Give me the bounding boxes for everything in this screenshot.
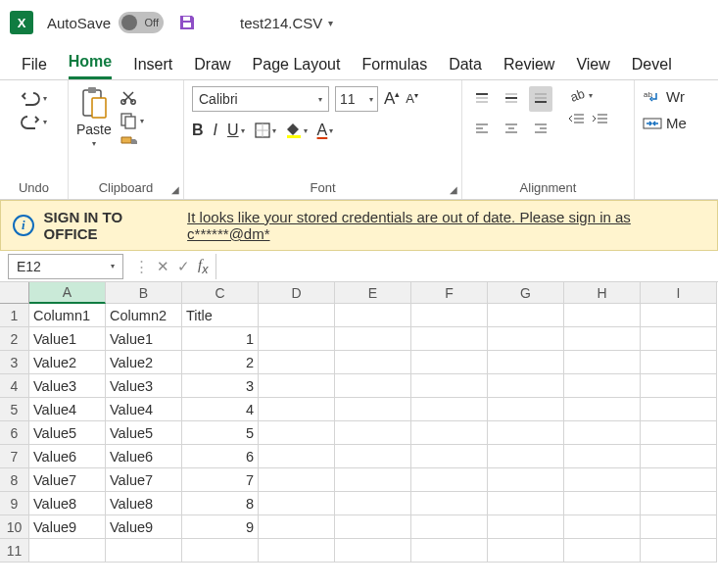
- tab-data[interactable]: Data: [449, 56, 482, 79]
- cell[interactable]: [641, 421, 717, 445]
- format-painter-button[interactable]: [120, 135, 144, 153]
- cell[interactable]: Value8: [106, 492, 182, 515]
- font-name-combo[interactable]: Calibri ▾: [192, 86, 329, 112]
- cell[interactable]: [564, 351, 641, 374]
- tab-insert[interactable]: Insert: [133, 56, 172, 79]
- cell[interactable]: [335, 398, 411, 421]
- cell[interactable]: Value6: [29, 445, 106, 468]
- cell[interactable]: [259, 492, 335, 515]
- column-header[interactable]: B: [106, 282, 182, 304]
- cell[interactable]: Value2: [29, 351, 106, 374]
- font-size-combo[interactable]: 11 ▾: [335, 86, 378, 112]
- cell[interactable]: [641, 398, 717, 421]
- dialog-launcher-icon[interactable]: ◢: [171, 184, 179, 195]
- cell[interactable]: [259, 351, 335, 374]
- cell[interactable]: [488, 539, 564, 563]
- tab-review[interactable]: Review: [503, 56, 554, 79]
- cell[interactable]: [564, 492, 641, 515]
- cell[interactable]: [259, 421, 335, 445]
- cell[interactable]: Value3: [106, 374, 182, 398]
- row-header[interactable]: 6: [0, 421, 29, 445]
- cell[interactable]: [564, 398, 641, 421]
- row-header[interactable]: 4: [0, 374, 29, 398]
- cell[interactable]: [335, 515, 411, 539]
- cell[interactable]: [335, 327, 411, 351]
- cell[interactable]: [335, 445, 411, 468]
- undo-button[interactable]: ▾: [21, 90, 47, 106]
- cell[interactable]: [335, 492, 411, 515]
- cut-button[interactable]: [120, 88, 144, 106]
- align-center-button[interactable]: [500, 116, 523, 141]
- column-header[interactable]: A: [29, 282, 106, 304]
- cell[interactable]: Value2: [106, 351, 182, 374]
- cell[interactable]: 4: [182, 398, 259, 421]
- cell[interactable]: 3: [182, 374, 259, 398]
- cell[interactable]: [335, 304, 411, 327]
- cell[interactable]: [488, 304, 564, 327]
- cell[interactable]: Value1: [29, 327, 106, 351]
- cell[interactable]: Value5: [106, 421, 182, 445]
- cell[interactable]: [564, 327, 641, 351]
- cell[interactable]: 1: [182, 327, 259, 351]
- font-color-button[interactable]: A▾: [317, 122, 334, 139]
- cell[interactable]: [335, 351, 411, 374]
- column-header[interactable]: C: [182, 282, 259, 304]
- cell[interactable]: [488, 421, 564, 445]
- cell[interactable]: [411, 351, 488, 374]
- cell[interactable]: [106, 539, 182, 563]
- cell[interactable]: 6: [182, 445, 259, 468]
- fx-icon[interactable]: fx: [198, 257, 208, 276]
- cell[interactable]: [488, 515, 564, 539]
- name-box[interactable]: E12 ▾: [8, 254, 123, 279]
- tab-file[interactable]: File: [22, 56, 47, 79]
- cell[interactable]: Value4: [106, 398, 182, 421]
- cell[interactable]: [564, 539, 641, 563]
- merge-center-button[interactable]: Me: [643, 115, 710, 131]
- column-header[interactable]: E: [335, 282, 411, 304]
- cell[interactable]: [488, 351, 564, 374]
- tab-draw[interactable]: Draw: [194, 56, 230, 79]
- paste-button[interactable]: Paste ▾: [76, 86, 112, 148]
- orientation-button[interactable]: ab ▾: [568, 86, 609, 104]
- cell[interactable]: 9: [182, 515, 259, 539]
- decrease-indent-button[interactable]: [568, 112, 586, 125]
- align-left-button[interactable]: [470, 116, 494, 141]
- tab-page-layout[interactable]: Page Layout: [253, 56, 341, 79]
- cell[interactable]: [641, 374, 717, 398]
- cell[interactable]: [488, 445, 564, 468]
- cell[interactable]: [411, 374, 488, 398]
- cancel-formula-button[interactable]: ✕: [157, 258, 169, 275]
- column-header[interactable]: F: [411, 282, 488, 304]
- cell[interactable]: Value5: [29, 421, 106, 445]
- cell[interactable]: [259, 468, 335, 492]
- cell[interactable]: [488, 374, 564, 398]
- cell[interactable]: [411, 539, 488, 563]
- cell[interactable]: Value7: [106, 468, 182, 492]
- cell[interactable]: Column2: [106, 304, 182, 327]
- copy-button[interactable]: ▾: [120, 112, 144, 129]
- cell[interactable]: Value3: [29, 374, 106, 398]
- row-header[interactable]: 7: [0, 445, 29, 468]
- cell[interactable]: [641, 445, 717, 468]
- column-header[interactable]: G: [488, 282, 564, 304]
- filename-dropdown[interactable]: test214.CSV ▾: [240, 15, 333, 31]
- wrap-text-button[interactable]: ab Wr: [643, 88, 710, 105]
- cell[interactable]: Value9: [106, 515, 182, 539]
- row-header[interactable]: 3: [0, 351, 29, 374]
- cell[interactable]: [641, 351, 717, 374]
- cell[interactable]: [488, 327, 564, 351]
- cell[interactable]: [335, 374, 411, 398]
- borders-button[interactable]: ▾: [255, 122, 276, 138]
- cell[interactable]: Value9: [29, 515, 106, 539]
- cell[interactable]: [411, 515, 488, 539]
- tab-home[interactable]: Home: [69, 53, 112, 79]
- row-header[interactable]: 8: [0, 468, 29, 492]
- cell[interactable]: [641, 468, 717, 492]
- cell[interactable]: Value8: [29, 492, 106, 515]
- cell[interactable]: [641, 492, 717, 515]
- row-header[interactable]: 1: [0, 304, 29, 327]
- row-header[interactable]: 2: [0, 327, 29, 351]
- align-top-button[interactable]: [470, 86, 494, 112]
- column-header[interactable]: D: [259, 282, 335, 304]
- cell[interactable]: [641, 515, 717, 539]
